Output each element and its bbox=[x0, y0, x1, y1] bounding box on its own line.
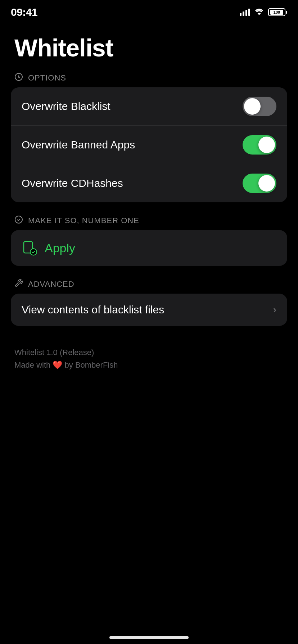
overwrite-cdhashes-label: Overwrite CDHashes bbox=[22, 177, 123, 189]
svg-point-2 bbox=[15, 216, 22, 223]
heart-icon: ❤️ bbox=[53, 360, 62, 369]
overwrite-blacklist-label: Overwrite Blacklist bbox=[22, 100, 110, 112]
svg-point-4 bbox=[30, 249, 37, 255]
overwrite-banned-apps-row: Overwrite Banned Apps bbox=[11, 125, 287, 164]
options-header: OPTIONS bbox=[0, 73, 298, 87]
view-blacklist-label: View contents of blacklist files bbox=[22, 304, 164, 316]
overwrite-banned-apps-toggle[interactable] bbox=[243, 135, 276, 155]
status-time: 09:41 bbox=[11, 6, 37, 18]
advanced-label: ADVANCED bbox=[28, 280, 74, 289]
options-card: Overwrite Blacklist Overwrite Banned App… bbox=[11, 87, 287, 202]
advanced-icon bbox=[14, 279, 23, 289]
apply-card: Apply bbox=[11, 230, 287, 266]
svg-point-1 bbox=[18, 77, 19, 77]
overwrite-blacklist-row: Overwrite Blacklist bbox=[11, 87, 287, 125]
apply-icon bbox=[22, 240, 37, 256]
advanced-section: ADVANCED View contents of blacklist file… bbox=[0, 279, 298, 326]
make-it-so-label: MAKE IT SO, NUMBER ONE bbox=[28, 216, 139, 225]
page-title: Whitelist bbox=[0, 19, 298, 73]
advanced-header: ADVANCED bbox=[0, 279, 298, 294]
battery-icon: 100 bbox=[268, 8, 287, 16]
signal-icon bbox=[240, 9, 250, 16]
apply-label: Apply bbox=[45, 241, 75, 255]
version-text: Whitelist 1.0 (Release) bbox=[14, 346, 284, 359]
make-it-so-icon bbox=[14, 215, 23, 226]
overwrite-cdhashes-row: Overwrite CDHashes bbox=[11, 164, 287, 202]
options-section: OPTIONS Overwrite Blacklist Overwrite Ba… bbox=[0, 73, 298, 202]
overwrite-banned-apps-label: Overwrite Banned Apps bbox=[22, 139, 135, 151]
apply-row[interactable]: Apply bbox=[11, 230, 287, 266]
advanced-card: View contents of blacklist files › bbox=[11, 294, 287, 326]
overwrite-blacklist-toggle[interactable] bbox=[243, 97, 276, 116]
options-icon bbox=[14, 73, 23, 83]
status-bar: 09:41 100 bbox=[0, 0, 298, 19]
wifi-icon bbox=[254, 8, 264, 17]
chevron-right-icon: › bbox=[273, 304, 276, 316]
view-blacklist-row[interactable]: View contents of blacklist files › bbox=[11, 294, 287, 326]
status-icons: 100 bbox=[240, 8, 287, 17]
make-it-so-header: MAKE IT SO, NUMBER ONE bbox=[0, 215, 298, 230]
overwrite-cdhashes-toggle[interactable] bbox=[243, 174, 276, 193]
make-it-so-section: MAKE IT SO, NUMBER ONE Apply bbox=[0, 215, 298, 266]
credits-text: Made with ❤️ by BomberFish bbox=[14, 359, 284, 371]
home-indicator bbox=[109, 636, 189, 639]
footer: Whitelist 1.0 (Release) Made with ❤️ by … bbox=[0, 339, 298, 378]
options-label: OPTIONS bbox=[28, 73, 66, 83]
